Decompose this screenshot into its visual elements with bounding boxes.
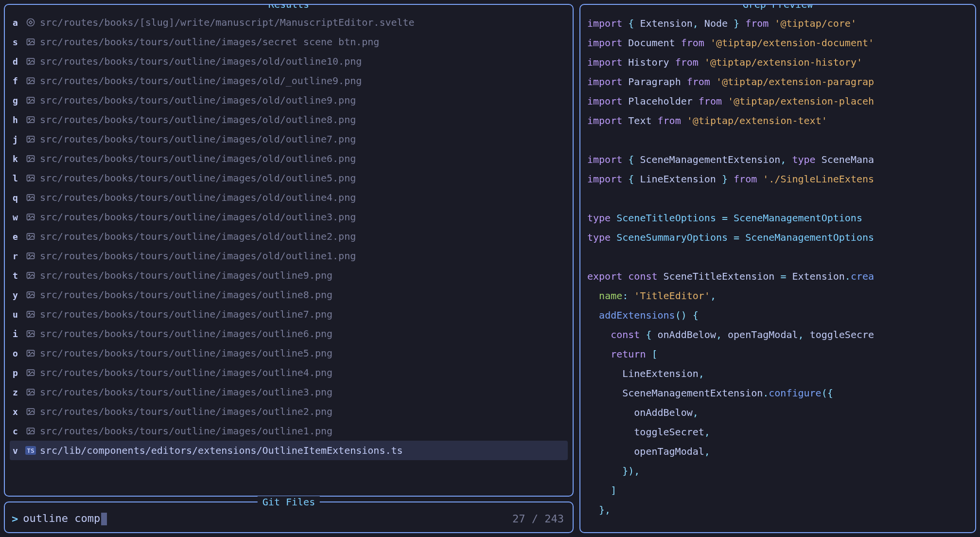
- file-path: src/routes/books/tours/outline/images/ol…: [40, 133, 356, 145]
- svg-point-10: [29, 118, 30, 120]
- image-icon: [25, 251, 36, 261]
- svg-point-2: [29, 40, 30, 42]
- image-icon: [25, 173, 36, 183]
- file-path: src/routes/books/tours/outline/images/ou…: [40, 289, 332, 301]
- file-path: src/routes/books/tours/outline/images/ol…: [40, 172, 356, 184]
- svg-point-6: [29, 79, 30, 81]
- file-path: src/routes/books/tours/outline/images/ou…: [40, 386, 332, 398]
- image-icon: [25, 134, 36, 144]
- file-path: src/routes/books/tours/outline/images/ou…: [40, 269, 332, 281]
- svg-point-32: [29, 332, 30, 334]
- file-path: src/routes/books/tours/outline/images/se…: [40, 36, 379, 48]
- result-row[interactable]: psrc/routes/books/tours/outline/images/o…: [10, 363, 568, 382]
- result-row[interactable]: csrc/routes/books/tours/outline/images/o…: [10, 421, 568, 441]
- key-label: s: [13, 37, 21, 47]
- search-row[interactable]: > outline comp 27 / 243: [12, 512, 566, 525]
- result-row[interactable]: jsrc/routes/books/tours/outline/images/o…: [10, 129, 568, 149]
- image-icon: [25, 289, 36, 300]
- file-path: src/routes/books/tours/outline/images/ol…: [40, 211, 356, 223]
- image-icon: [25, 153, 36, 164]
- svg-point-24: [29, 254, 30, 256]
- file-path: src/routes/books/tours/outline/images/ol…: [40, 250, 356, 262]
- file-path: src/routes/books/tours/outline/images/ol…: [40, 55, 362, 67]
- image-icon: [25, 212, 36, 222]
- key-label: y: [13, 290, 21, 300]
- svg-point-38: [29, 391, 30, 392]
- result-row[interactable]: osrc/routes/books/tours/outline/images/o…: [10, 343, 568, 363]
- svg-point-14: [29, 157, 30, 159]
- svg-point-40: [29, 410, 30, 412]
- result-row[interactable]: lsrc/routes/books/tours/outline/images/o…: [10, 168, 568, 188]
- result-row[interactable]: tsrc/routes/books/tours/outline/images/o…: [10, 266, 568, 285]
- result-row[interactable]: hsrc/routes/books/tours/outline/images/o…: [10, 110, 568, 129]
- result-row[interactable]: wsrc/routes/books/tours/outline/images/o…: [10, 207, 568, 227]
- result-row[interactable]: esrc/routes/books/tours/outline/images/o…: [10, 227, 568, 246]
- image-icon: [25, 270, 36, 281]
- result-row[interactable]: dsrc/routes/books/tours/outline/images/o…: [10, 52, 568, 71]
- image-icon: [25, 387, 36, 397]
- svg-point-8: [29, 99, 30, 100]
- image-icon: [25, 56, 36, 67]
- file-path: src/routes/books/tours/outline/images/ol…: [40, 231, 356, 242]
- search-input[interactable]: outline comp: [23, 512, 508, 525]
- ts-icon: TS: [25, 445, 36, 456]
- preview-panel: Grep Preview import { Extension, Node } …: [579, 4, 976, 533]
- svg-point-26: [29, 274, 30, 275]
- file-path: src/routes/books/tours/outline/images/ou…: [40, 425, 332, 437]
- result-row[interactable]: qsrc/routes/books/tours/outline/images/o…: [10, 188, 568, 207]
- file-path: src/routes/books/tours/outline/images/ou…: [40, 308, 332, 320]
- svg-point-4: [29, 60, 30, 61]
- key-label: g: [13, 95, 21, 106]
- file-path: src/routes/books/tours/outline/images/ol…: [40, 192, 356, 203]
- file-path: src/routes/books/tours/outline/images/ou…: [40, 328, 332, 340]
- key-label: p: [13, 368, 21, 378]
- result-row[interactable]: xsrc/routes/books/tours/outline/images/o…: [10, 402, 568, 421]
- svg-point-18: [29, 196, 30, 197]
- key-label: r: [13, 251, 21, 261]
- results-list[interactable]: asrc/routes/books/[slug]/write/manuscrip…: [10, 13, 568, 460]
- svelte-icon: [25, 17, 36, 28]
- svg-point-42: [29, 430, 30, 431]
- image-icon: [25, 231, 36, 242]
- file-path: src/routes/books/tours/outline/images/ou…: [40, 367, 332, 378]
- key-label: c: [13, 426, 21, 436]
- image-icon: [25, 309, 36, 320]
- result-row[interactable]: fsrc/routes/books/tours/outline/images/o…: [10, 71, 568, 90]
- result-row[interactable]: ssrc/routes/books/tours/outline/images/s…: [10, 32, 568, 52]
- result-row[interactable]: ksrc/routes/books/tours/outline/images/o…: [10, 149, 568, 168]
- result-row[interactable]: asrc/routes/books/[slug]/write/manuscrip…: [10, 13, 568, 32]
- result-row[interactable]: gsrc/routes/books/tours/outline/images/o…: [10, 90, 568, 110]
- key-label: u: [13, 309, 21, 320]
- image-icon: [25, 114, 36, 125]
- file-path: src/routes/books/tours/outline/images/ou…: [40, 347, 332, 359]
- key-label: j: [13, 134, 21, 144]
- image-icon: [25, 36, 36, 47]
- svg-point-34: [29, 352, 30, 353]
- svg-point-30: [29, 313, 30, 314]
- key-label: q: [13, 193, 21, 203]
- result-row[interactable]: usrc/routes/books/tours/outline/images/o…: [10, 304, 568, 324]
- file-path: src/lib/components/editors/extensions/Ou…: [40, 445, 403, 456]
- results-panel: Results asrc/routes/books/[slug]/write/m…: [4, 4, 574, 497]
- image-icon: [25, 406, 36, 417]
- result-row[interactable]: ysrc/routes/books/tours/outline/images/o…: [10, 285, 568, 304]
- image-icon: [25, 328, 36, 339]
- svg-point-20: [29, 215, 30, 217]
- file-path: src/routes/books/tours/outline/images/ol…: [40, 75, 362, 87]
- key-label: x: [13, 407, 21, 417]
- key-label: d: [13, 56, 21, 67]
- prompt-char: >: [12, 513, 18, 525]
- result-row[interactable]: vTSsrc/lib/components/editors/extensions…: [10, 441, 568, 460]
- file-path: src/routes/books/tours/outline/images/ol…: [40, 114, 356, 125]
- key-label: h: [13, 115, 21, 125]
- file-path: src/routes/books/tours/outline/images/ou…: [40, 406, 332, 417]
- key-label: k: [13, 154, 21, 164]
- key-label: e: [13, 232, 21, 242]
- result-row[interactable]: isrc/routes/books/tours/outline/images/o…: [10, 324, 568, 343]
- svg-point-28: [29, 293, 30, 295]
- results-title: Results: [263, 4, 314, 10]
- result-row[interactable]: rsrc/routes/books/tours/outline/images/o…: [10, 246, 568, 266]
- svg-point-36: [29, 371, 30, 373]
- preview-title: Grep Preview: [738, 4, 818, 10]
- result-row[interactable]: zsrc/routes/books/tours/outline/images/o…: [10, 382, 568, 402]
